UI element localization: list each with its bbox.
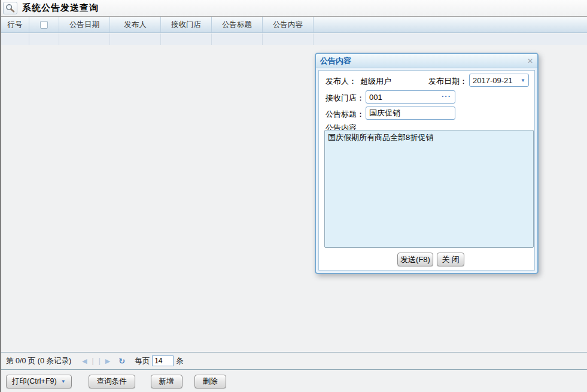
- announcement-content-textarea[interactable]: 国庆假期所有商品全部8折促销: [324, 130, 534, 248]
- publisher-value: 超级用户: [360, 76, 391, 87]
- page-separator: |: [92, 357, 94, 365]
- grid-header: 行号 公告日期 发布人 接收门店 公告标题 公告内容: [1, 17, 587, 33]
- chevron-down-icon: ▼: [521, 78, 525, 83]
- refresh-icon[interactable]: ↻: [118, 357, 125, 366]
- page-titlebar: 系统公告发送查询: [1, 0, 587, 17]
- search-icon: [3, 2, 17, 14]
- dialog-button-row: 发送(F8) 关 闭: [316, 253, 537, 267]
- app-window: 系统公告发送查询 行号 公告日期 发布人 接收门店 公告标题 公告内容 第 0/…: [0, 0, 587, 392]
- per-page-label: 每页: [135, 356, 150, 366]
- dialog-titlebar[interactable]: 公告内容 ✕: [316, 54, 537, 68]
- table-row: [1, 34, 587, 45]
- publish-date-label: 发布日期：: [428, 76, 467, 87]
- next-page-icon[interactable]: ▶: [105, 357, 110, 365]
- select-all-checkbox[interactable]: [40, 21, 48, 29]
- empty-cell: [110, 34, 161, 45]
- chevron-down-icon: ▼: [61, 379, 66, 384]
- store-label: 接收门店：: [326, 93, 364, 104]
- delete-button[interactable]: 删除: [194, 375, 226, 388]
- column-header-select[interactable]: [29, 17, 59, 32]
- per-page-input[interactable]: [152, 355, 174, 366]
- close-icon[interactable]: ✕: [527, 57, 533, 65]
- prev-page-icon[interactable]: ◀: [82, 357, 87, 365]
- publish-date-combobox[interactable]: 2017-09-21 ▼: [469, 74, 529, 87]
- column-header-title[interactable]: 公告标题: [212, 17, 263, 32]
- column-header-date[interactable]: 公告日期: [59, 17, 110, 32]
- empty-cell: [59, 34, 110, 45]
- column-header-content[interactable]: 公告内容: [263, 17, 314, 32]
- page-separator: |: [99, 357, 101, 365]
- column-header-store[interactable]: 接收门店: [161, 17, 212, 32]
- publish-date-value: 2017-09-21: [473, 76, 521, 85]
- announcement-title-input[interactable]: [366, 107, 455, 120]
- empty-cell: [29, 34, 59, 45]
- dialog-title: 公告内容: [320, 56, 351, 66]
- column-header-rowno[interactable]: 行号: [1, 17, 29, 32]
- empty-cell: [314, 34, 587, 45]
- column-header-publisher[interactable]: 发布人: [110, 17, 161, 32]
- page-info: 第 0/0 页 (0 条记录): [6, 356, 71, 366]
- announcement-title-label: 公告标题：: [326, 109, 364, 120]
- query-conditions-button[interactable]: 查询条件: [89, 375, 135, 388]
- print-button[interactable]: 打印(Ctrl+F9) ▼: [6, 375, 72, 388]
- column-header-filler: [314, 17, 587, 32]
- send-button[interactable]: 发送(F8): [397, 253, 433, 266]
- page-title: 系统公告发送查询: [22, 2, 99, 14]
- empty-cell: [161, 34, 212, 45]
- per-page-unit: 条: [176, 356, 184, 366]
- dialog-body: 发布人： 超级用户 发布日期： 2017-09-21 ▼ 接收门店： ··· 公…: [316, 68, 537, 273]
- dialog-close-button[interactable]: 关 闭: [437, 253, 464, 266]
- empty-cell: [212, 34, 263, 45]
- empty-cell: [263, 34, 314, 45]
- publisher-label: 发布人：: [326, 76, 357, 87]
- pagination-bar: 第 0/0 页 (0 条记录) ◀ | | ▶ ↻ 每页 条: [1, 352, 587, 370]
- announcement-dialog: 公告内容 ✕ 发布人： 超级用户 发布日期： 2017-09-21 ▼ 接收门店…: [315, 53, 539, 274]
- empty-cell: [1, 34, 29, 45]
- store-picker-icon[interactable]: ···: [442, 92, 451, 101]
- bottom-toolbar: 打印(Ctrl+F9) ▼ 查询条件 新增 删除: [1, 370, 587, 392]
- print-button-label: 打印(Ctrl+F9): [12, 376, 57, 387]
- add-button[interactable]: 新增: [151, 375, 183, 388]
